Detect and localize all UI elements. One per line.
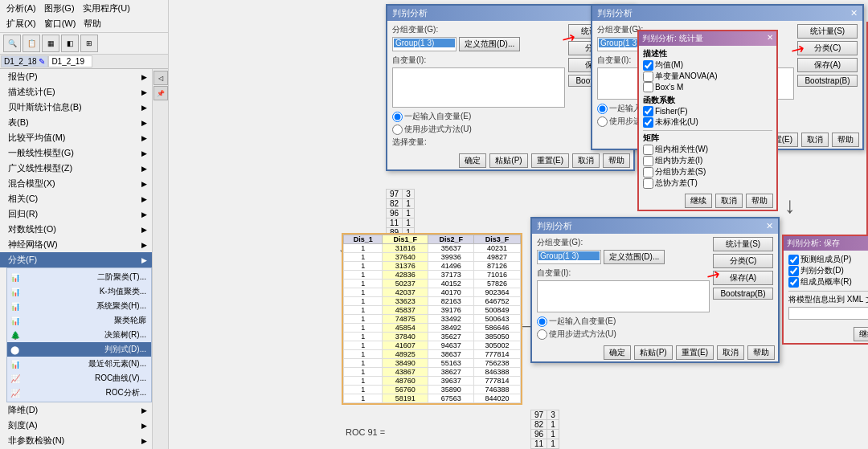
sidebar-content: 报告(P)▶ 描述统计(E)▶ 贝叶斯统计信息(B)▶ 表(B)▶ 比较平均值(… bbox=[0, 69, 168, 449]
dialog-discriminant-3: 判别分析 ✕ 分组变量(G): Group(1 3) 定义范围(D)... 自变… bbox=[530, 217, 780, 363]
menu-help[interactable]: 帮助 bbox=[80, 17, 104, 31]
radio-enter[interactable] bbox=[392, 112, 403, 122]
check-univariate: 单变量ANOVA(A) bbox=[643, 71, 772, 82]
dialog1-cancel-btn[interactable]: 取消 bbox=[572, 153, 600, 168]
stats-subdialog-body: 描述性 均值(M) 单变量ANOVA(A) Box's M 函数系数 Fishe… bbox=[639, 46, 776, 191]
sidebar-item-report[interactable]: 报告(P)▶ bbox=[0, 69, 152, 84]
grid-col-1: D1_2_18 ✎ bbox=[1, 55, 48, 67]
dialog3-group-input[interactable]: Group(1 3) bbox=[537, 250, 601, 264]
main-content: → ↓ ← ↓ 判别分析 ✕ 分组变量(G): Group(1 3) bbox=[169, 0, 868, 449]
toolbar-btn-4[interactable]: ◧ bbox=[61, 35, 79, 52]
stats-subdialog-title: 判别分析: 统计量 ✕ bbox=[639, 31, 776, 46]
dialog1-reset-btn[interactable]: 重置(E) bbox=[531, 153, 569, 168]
sidebar-item-corr[interactable]: 相关(C)▶ bbox=[0, 191, 152, 206]
sidebar-subitem-twostep[interactable]: 📊二阶聚类(T)... bbox=[7, 270, 151, 284]
sidebar-item-mixed[interactable]: 混合模型(X)▶ bbox=[0, 176, 152, 191]
save-xml-row: 浏览(B)... bbox=[788, 307, 868, 321]
dialog2-radio-enter[interactable] bbox=[597, 104, 608, 114]
menu-analysis[interactable]: 分析(A) bbox=[3, 2, 39, 15]
dialog1-help-btn[interactable]: 帮助 bbox=[603, 153, 630, 168]
dialog3-ok-btn[interactable]: 确定 bbox=[604, 345, 631, 360]
stats-cancel-btn[interactable]: 取消 bbox=[715, 194, 743, 208]
dialog3-independents-list[interactable] bbox=[537, 280, 710, 312]
sidebar-item-bayes[interactable]: 贝叶斯统计信息(B)▶ bbox=[0, 100, 152, 115]
check-probabilities: 组成员概率(R) bbox=[788, 276, 868, 288]
menu-window[interactable]: 窗口(W) bbox=[41, 17, 80, 31]
sidebar-toggle-btn[interactable]: ◁ bbox=[154, 71, 168, 85]
sidebar-item-classify[interactable]: 分类(F)▶ bbox=[0, 252, 152, 267]
check-boxm: Box's M bbox=[643, 82, 772, 92]
sidebar-item-nonparam[interactable]: 非参数检验(N)▶ bbox=[0, 433, 152, 448]
grid-col-2: D1_2_19 bbox=[48, 55, 92, 67]
dialog2-title: 判别分析 ✕ bbox=[592, 6, 862, 21]
sidebar-subitem-discriminant[interactable]: ⬤判别式(D)... bbox=[7, 342, 151, 357]
menu-utils[interactable]: 实用程序(U) bbox=[80, 2, 133, 15]
sidebar-subitem-roc-analysis[interactable]: 📈ROC分析... bbox=[7, 386, 151, 400]
toolbar-btn-5[interactable]: ⊞ bbox=[80, 35, 98, 52]
sidebar-item-neural[interactable]: 神经网络(W)▶ bbox=[0, 237, 152, 252]
dialog3-group-row: 分组变量(G): Group(1 3) 定义范围(D)... 自变量(I): 一… bbox=[537, 237, 773, 340]
save-continue-btn[interactable]: 继续 bbox=[854, 327, 868, 341]
sidebar-item-loglinear[interactable]: 对数线性(O)▶ bbox=[0, 222, 152, 237]
sidebar-item-reg[interactable]: 回归(R)▶ bbox=[0, 206, 152, 222]
dialog3-bootstrap-btn[interactable]: Bootstrap(B) bbox=[713, 288, 773, 300]
save-subdialog-body: 预测组成员(P) 判别分数(D) 组成员概率(R) 将模型信息出到 XML 文件… bbox=[784, 251, 868, 325]
diagram-area: → ↓ ← ↓ 判别分析 ✕ 分组变量(G): Group(1 3) bbox=[169, 0, 868, 449]
menu-graph[interactable]: 图形(G) bbox=[41, 2, 78, 15]
dialog2-radio-stepwise[interactable] bbox=[597, 116, 608, 127]
sidebar-icon-panel: ◁ 📌 bbox=[152, 69, 168, 449]
dialog1-independents-list[interactable] bbox=[392, 67, 565, 108]
sidebar-list: 报告(P)▶ 描述统计(E)▶ 贝叶斯统计信息(B)▶ 表(B)▶ 比较平均值(… bbox=[0, 69, 152, 449]
dialog3-close[interactable]: ✕ bbox=[766, 221, 773, 231]
sidebar-pin-btn[interactable]: 📌 bbox=[154, 86, 168, 100]
sidebar-subitem-roc-curve[interactable]: 📈ROC曲线(V)... bbox=[7, 371, 151, 386]
sidebar-subitem-knn[interactable]: 📊最近邻元素(N)... bbox=[7, 357, 151, 371]
sidebar-subitem-kmeans[interactable]: 📊K-均值聚类... bbox=[7, 284, 151, 299]
sidebar-item-gzlm[interactable]: 广义线性模型(Z)▶ bbox=[0, 161, 152, 176]
sidebar-subitem-tree[interactable]: 🌲决策树(R)... bbox=[7, 328, 151, 342]
sidebar-item-scale[interactable]: 刻度(A)▶ bbox=[0, 418, 152, 433]
dialog2-cancel-btn[interactable]: 取消 bbox=[801, 133, 829, 147]
dialog3-help-btn[interactable]: 帮助 bbox=[747, 345, 775, 360]
sidebar-item-descriptive[interactable]: 描述统计(E)▶ bbox=[0, 84, 152, 100]
dialog3-cancel-btn[interactable]: 取消 bbox=[717, 345, 744, 360]
sidebar-item-table[interactable]: 表(B)▶ bbox=[0, 115, 152, 130]
toolbar: 🔍 📋 ▦ ◧ ⊞ bbox=[0, 33, 168, 55]
dialog1-ok-btn[interactable]: 确定 bbox=[459, 153, 486, 168]
dialog3-classify-btn[interactable]: 分类(C) bbox=[713, 254, 773, 268]
sidebar: 分析(A) 图形(G) 实用程序(U) 扩展(X) 窗口(W) 帮助 🔍 📋 ▦… bbox=[0, 0, 169, 449]
radio-stepwise[interactable] bbox=[392, 124, 403, 135]
sidebar-subitem-hierarch[interactable]: 📊系统聚类(H)... bbox=[7, 299, 151, 313]
dialog2-save-btn[interactable]: 保存(A) bbox=[797, 58, 858, 72]
stats-close[interactable]: ✕ bbox=[767, 33, 773, 44]
check-total-cov: 总协方差(T) bbox=[643, 178, 772, 189]
sidebar-item-glm[interactable]: 一般线性模型(G)▶ bbox=[0, 145, 152, 161]
dialog3-buttons: 确定 粘贴(P) 重置(E) 取消 帮助 bbox=[532, 343, 778, 361]
toolbar-btn-1[interactable]: 🔍 bbox=[3, 35, 21, 52]
toolbar-btn-3[interactable]: ▦ bbox=[42, 35, 59, 52]
dialog2-close[interactable]: ✕ bbox=[850, 8, 858, 18]
dialog2-statistics-btn[interactable]: 统计量(S) bbox=[797, 24, 858, 39]
dialog3-define-btn[interactable]: 定义范围(D)... bbox=[604, 250, 665, 264]
dialog3-radio-enter[interactable] bbox=[537, 316, 547, 327]
sidebar-subitem-silhouette[interactable]: 📊聚类轮廓 bbox=[7, 313, 151, 328]
check-sep-cov: 分组协方差(S) bbox=[643, 166, 772, 178]
dialog3-reset-btn[interactable]: 重置(E) bbox=[676, 345, 714, 360]
dialog1-paste-btn[interactable]: 粘贴(P) bbox=[489, 153, 527, 168]
menu-extend[interactable]: 扩展(X) bbox=[3, 17, 39, 31]
xml-path-input[interactable] bbox=[788, 307, 868, 320]
dialog2-help-btn[interactable]: 帮助 bbox=[832, 133, 859, 147]
stats-help-btn[interactable]: 帮助 bbox=[746, 194, 773, 208]
dialog1-buttons: 确定 粘贴(P) 重置(E) 取消 帮助 bbox=[387, 151, 633, 169]
dialog2-bootstrap-btn[interactable]: Bootstrap(B) bbox=[797, 75, 858, 87]
check-discriminant: 判别分数(D) bbox=[788, 265, 868, 276]
sidebar-item-compare[interactable]: 比较平均值(M)▶ bbox=[0, 130, 152, 145]
sidebar-item-dimension[interactable]: 降维(D)▶ bbox=[0, 402, 152, 418]
dialog3-statistics-btn[interactable]: 统计量(S) bbox=[713, 237, 773, 251]
dialog1-group-input[interactable]: Group(1 3) bbox=[392, 37, 457, 51]
dialog3-radio-stepwise[interactable] bbox=[537, 329, 547, 340]
stats-continue-btn[interactable]: 继续 bbox=[685, 194, 712, 208]
dialog1-define-btn[interactable]: 定义范围(D)... bbox=[459, 37, 520, 51]
toolbar-btn-2[interactable]: 📋 bbox=[23, 35, 40, 52]
dialog3-paste-btn[interactable]: 粘贴(P) bbox=[634, 345, 672, 360]
